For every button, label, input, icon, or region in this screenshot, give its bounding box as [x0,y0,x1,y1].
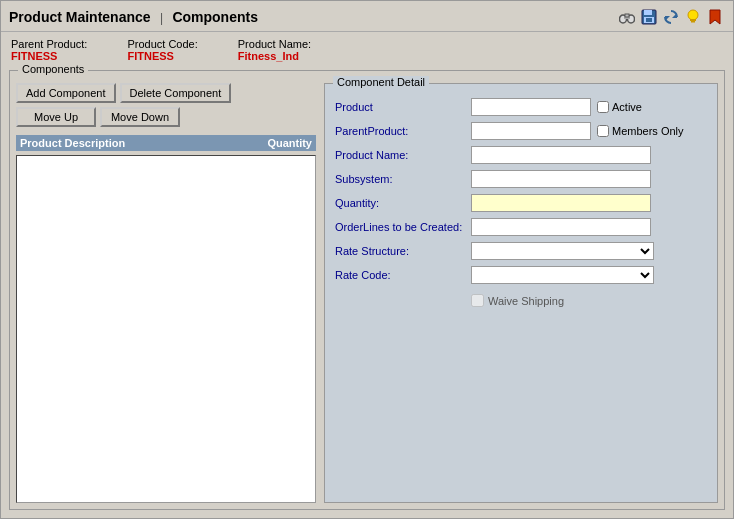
parent-product-input[interactable] [471,122,591,140]
list-col-quantity: Quantity [252,137,312,149]
add-component-button[interactable]: Add Component [16,83,116,103]
product-name-input[interactable] [471,146,651,164]
form-grid: Product Active ParentProduct: [335,92,707,307]
button-row-1: Add Component Delete Component [16,83,316,103]
svg-rect-7 [646,18,652,22]
product-name-group: Product Name: Fitness_Ind [238,38,311,62]
product-code-value: FITNESS [127,50,197,62]
component-list[interactable] [16,155,316,503]
orderlines-input[interactable] [471,218,651,236]
rate-code-field-label: Rate Code: [335,269,465,281]
window-title: Product Maintenance | Components [9,9,258,25]
save-icon[interactable] [639,7,659,27]
rate-structure-select[interactable] [471,242,654,260]
quantity-input[interactable] [471,194,651,212]
subsystem-input[interactable] [471,170,651,188]
waive-shipping-label: Waive Shipping [488,295,564,307]
product-name-label: Product Name: [238,38,311,50]
binoculars-icon[interactable] [617,7,637,27]
product-name-value: Fitness_Ind [238,50,311,62]
svg-rect-12 [691,21,695,23]
svg-marker-13 [710,10,720,24]
waive-shipping-row: Waive Shipping [335,294,707,307]
product-info-bar: Parent Product: FITNESS Product Code: FI… [1,32,733,66]
app-title: Product Maintenance [9,9,151,25]
svg-rect-3 [625,14,629,17]
members-only-checkbox[interactable] [597,125,609,137]
orderlines-field-label: OrderLines to be Created: [335,221,465,233]
main-window: Product Maintenance | Components [0,0,734,519]
detail-legend: Component Detail [333,76,429,88]
product-name-field-label: Product Name: [335,149,465,161]
component-detail-group: Component Detail Product Active [324,83,718,503]
quantity-row: Quantity: [335,194,707,212]
rate-structure-field-label: Rate Structure: [335,245,465,257]
parent-product-group: Parent Product: FITNESS [11,38,87,62]
active-checkbox-group: Active [597,101,642,113]
waive-shipping-checkbox[interactable] [471,294,484,307]
rate-code-select[interactable] [471,266,654,284]
orderlines-row: OrderLines to be Created: [335,218,707,236]
move-up-button[interactable]: Move Up [16,107,96,127]
rate-code-row: Rate Code: [335,266,707,284]
section-title: Components [172,9,258,25]
svg-rect-5 [644,10,652,15]
svg-marker-9 [665,16,670,21]
quantity-field-label: Quantity: [335,197,465,209]
left-panel: Add Component Delete Component Move Up M… [16,75,316,503]
rate-structure-row: Rate Structure: [335,242,707,260]
product-code-group: Product Code: FITNESS [127,38,197,62]
refresh-icon[interactable] [661,7,681,27]
product-field-label: Product [335,101,465,113]
active-checkbox[interactable] [597,101,609,113]
product-input[interactable] [471,98,591,116]
product-name-row: Product Name: [335,146,707,164]
title-sep: | [160,11,166,25]
parent-product-value: FITNESS [11,50,87,62]
bookmark-icon[interactable] [705,7,725,27]
list-col-description: Product Description [20,137,252,149]
svg-marker-8 [672,13,677,18]
svg-rect-11 [690,19,696,21]
components-legend: Components [18,63,88,75]
members-only-label: Members Only [612,125,684,137]
list-header: Product Description Quantity [16,135,316,151]
components-group: Components Add Component Delete Componen… [9,70,725,510]
parent-product-label: Parent Product: [11,38,87,50]
delete-component-button[interactable]: Delete Component [120,83,232,103]
product-row: Product Active [335,98,707,116]
product-code-label: Product Code: [127,38,197,50]
svg-point-10 [688,10,698,20]
right-panel: Component Detail Product Active [324,75,718,503]
content-area: Components Add Component Delete Componen… [1,66,733,518]
toolbar-icons [617,7,725,27]
subsystem-row: Subsystem: [335,170,707,188]
parent-product-row: ParentProduct: Members Only [335,122,707,140]
button-row-2: Move Up Move Down [16,107,316,127]
title-bar: Product Maintenance | Components [1,1,733,32]
parent-product-field-label: ParentProduct: [335,125,465,137]
move-down-button[interactable]: Move Down [100,107,180,127]
active-label: Active [612,101,642,113]
bulb-icon[interactable] [683,7,703,27]
subsystem-field-label: Subsystem: [335,173,465,185]
members-only-checkbox-group: Members Only [597,125,684,137]
